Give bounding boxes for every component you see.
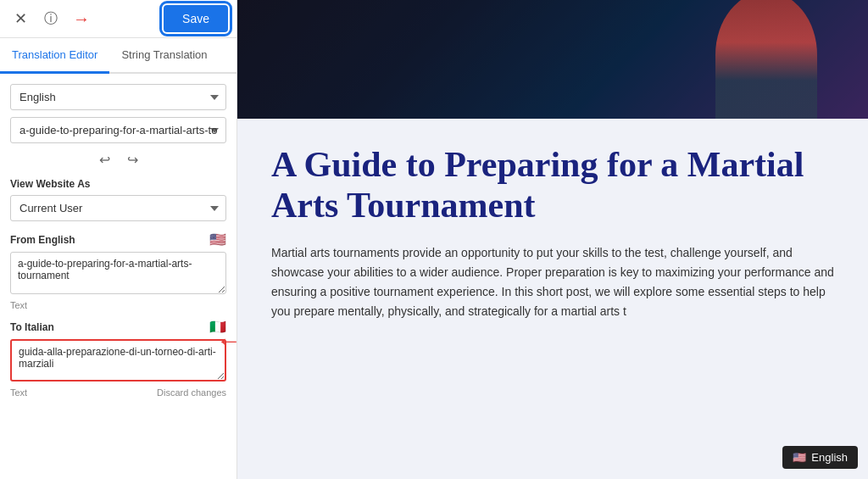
panel-content: English a-guide-to-preparing-for-a-marti…	[0, 74, 236, 479]
to-type-label: Text	[10, 387, 27, 398]
tab-translation-editor[interactable]: Translation Editor	[0, 38, 109, 74]
to-meta: Text Discard changes	[10, 387, 226, 398]
hero-image	[237, 0, 868, 119]
from-textarea[interactable]: a-guide-to-preparing-for-a-martial-arts-…	[10, 252, 226, 294]
info-button[interactable]: ⓘ	[39, 7, 63, 31]
left-panel: ✕ ⓘ → Save Translation Editor String Tra…	[0, 0, 237, 479]
right-panel: A Guide to Preparing for a Martial Arts …	[237, 0, 868, 479]
language-select[interactable]: English	[10, 84, 226, 110]
arrow-indicator: →	[73, 9, 90, 29]
discard-changes-link[interactable]: Discard changes	[157, 387, 226, 398]
tabs: Translation Editor String Translation	[0, 38, 236, 74]
from-label: From English	[10, 234, 75, 246]
from-flag: 🇺🇸	[209, 231, 226, 248]
top-bar: ✕ ⓘ → Save	[0, 0, 236, 38]
page-select[interactable]: a-guide-to-preparing-for-a-martial-arts-…	[10, 117, 226, 143]
to-label: To Italian	[10, 321, 54, 333]
article-title: A Guide to Preparing for a Martial Arts …	[271, 144, 834, 226]
close-icon: ✕	[14, 9, 27, 28]
article-body: Martial arts tournaments provide an oppo…	[271, 243, 834, 321]
english-badge-flag: 🇺🇸	[793, 451, 806, 464]
view-website-label: View Website As	[10, 178, 226, 190]
redo-button[interactable]: ↪	[122, 150, 143, 170]
undo-button[interactable]: ↩	[94, 150, 115, 170]
content-area: A Guide to Preparing for a Martial Arts …	[237, 119, 868, 479]
to-section: To Italian 🇮🇹 guida-alla-preparazione-di…	[10, 319, 226, 398]
undo-redo-controls: ↩ ↪	[10, 150, 226, 170]
hero-figure	[715, 0, 817, 119]
page-dropdown-group: a-guide-to-preparing-for-a-martial-arts-…	[10, 117, 226, 143]
info-icon: ⓘ	[44, 10, 58, 28]
view-website-select[interactable]: Current User	[10, 195, 226, 221]
view-website-section: View Website As Current User	[10, 178, 226, 221]
to-flag: 🇮🇹	[209, 319, 226, 335]
language-dropdown-group: English	[10, 84, 226, 110]
close-button[interactable]: ✕	[8, 7, 32, 31]
english-badge[interactable]: 🇺🇸 English	[782, 446, 858, 469]
tab-string-translation[interactable]: String Translation	[109, 38, 219, 74]
english-badge-label: English	[811, 451, 848, 464]
to-header: To Italian 🇮🇹	[10, 319, 226, 335]
from-section: From English 🇺🇸 a-guide-to-preparing-for…	[10, 231, 226, 310]
from-type-label: Text	[10, 300, 27, 310]
save-button[interactable]: Save	[164, 5, 228, 32]
from-header: From English 🇺🇸	[10, 231, 226, 248]
from-meta: Text	[10, 300, 226, 310]
to-textarea[interactable]: guida-alla-preparazione-di-un-torneo-di-…	[10, 339, 226, 382]
